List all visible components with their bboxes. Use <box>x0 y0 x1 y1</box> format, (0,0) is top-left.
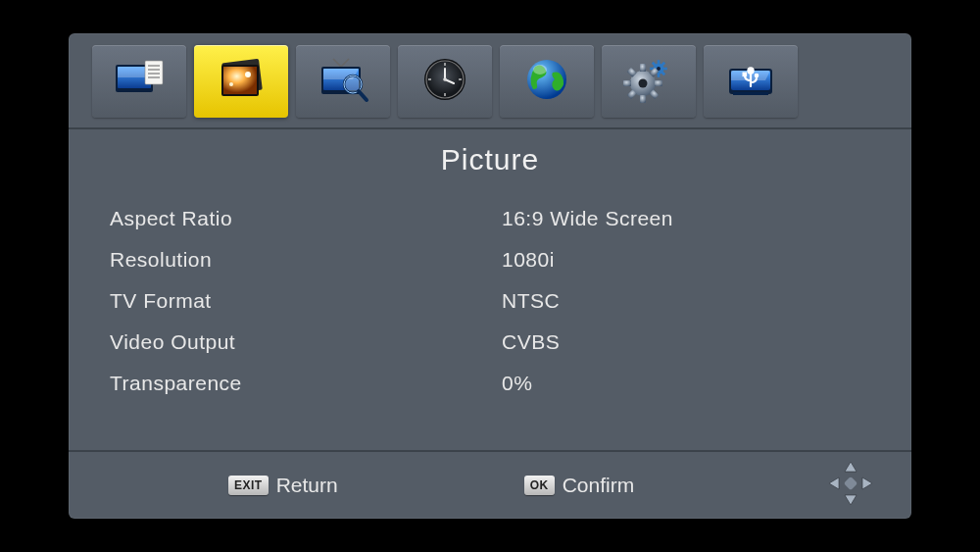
setting-value: 1080i <box>502 248 870 272</box>
settings-list: Aspect Ratio 16:9 Wide Screen Resolution… <box>110 198 870 404</box>
tab-picture[interactable] <box>194 45 288 118</box>
svg-line-18 <box>359 91 367 100</box>
exit-key-badge: EXIT <box>228 476 269 495</box>
svg-rect-31 <box>658 60 661 64</box>
svg-point-49 <box>639 79 648 88</box>
settings-content: Picture Aspect Ratio 16:9 Wide Screen Re… <box>69 129 911 452</box>
hint-return: EXIT Return <box>228 474 338 497</box>
svg-point-11 <box>229 82 233 86</box>
setting-video-output[interactable]: Video Output CVBS <box>110 322 870 363</box>
svg-rect-44 <box>655 80 662 86</box>
setting-tv-format[interactable]: TV Format NTSC <box>110 280 870 322</box>
setting-label: Resolution <box>110 248 502 272</box>
svg-rect-41 <box>640 64 646 72</box>
svg-point-39 <box>657 67 661 71</box>
footer-bar: EXIT Return OK Confirm <box>69 452 911 519</box>
tab-program[interactable] <box>92 45 186 118</box>
svg-rect-2 <box>145 61 163 84</box>
setting-resolution[interactable]: Resolution 1080i <box>110 239 870 280</box>
setting-value: 0% <box>502 372 870 395</box>
svg-rect-32 <box>658 74 661 77</box>
hint-confirm: OK Confirm <box>524 474 635 497</box>
svg-point-56 <box>755 74 760 78</box>
usb-drive-icon <box>723 55 778 108</box>
svg-marker-60 <box>862 477 872 489</box>
svg-rect-9 <box>223 67 257 94</box>
hint-return-label: Return <box>276 474 338 497</box>
svg-rect-55 <box>743 73 748 77</box>
tab-time[interactable] <box>398 45 492 118</box>
svg-point-10 <box>245 72 251 77</box>
tab-system[interactable] <box>602 45 696 118</box>
top-tab-bar <box>69 33 911 129</box>
dpad-icon <box>827 460 874 511</box>
svg-marker-59 <box>829 477 839 489</box>
svg-marker-57 <box>845 462 857 472</box>
svg-marker-58 <box>845 495 857 505</box>
svg-rect-43 <box>623 80 631 86</box>
tab-language[interactable] <box>500 45 594 118</box>
svg-point-54 <box>748 68 753 73</box>
tv-search-icon <box>316 55 370 108</box>
svg-line-13 <box>341 59 349 67</box>
setting-value: 16:9 Wide Screen <box>502 207 870 230</box>
ok-key-badge: OK <box>524 476 555 495</box>
page-title: Picture <box>110 143 870 176</box>
setting-label: Aspect Ratio <box>110 207 502 230</box>
setting-label: Transparence <box>110 372 502 395</box>
picture-icon <box>214 55 269 108</box>
setting-transparence[interactable]: Transparence 0% <box>110 363 870 404</box>
settings-panel: Picture Aspect Ratio 16:9 Wide Screen Re… <box>69 33 911 519</box>
svg-rect-42 <box>640 95 646 103</box>
svg-point-27 <box>443 77 447 81</box>
globe-icon <box>519 55 574 108</box>
setting-value: NTSC <box>502 289 870 313</box>
svg-line-12 <box>333 59 341 67</box>
svg-rect-52 <box>733 92 768 95</box>
setting-label: Video Output <box>110 330 502 354</box>
svg-rect-34 <box>663 68 667 71</box>
tv-list-icon <box>112 55 167 108</box>
svg-rect-61 <box>844 477 858 490</box>
setting-aspect-ratio[interactable]: Aspect Ratio 16:9 Wide Screen <box>110 198 870 239</box>
setting-value: CVBS <box>502 330 870 354</box>
svg-point-29 <box>533 65 547 75</box>
clock-icon <box>417 55 472 108</box>
tab-channel-search[interactable] <box>296 45 390 118</box>
gears-icon <box>621 55 676 108</box>
hint-confirm-label: Confirm <box>563 474 635 497</box>
tab-usb[interactable] <box>704 45 798 118</box>
setting-label: TV Format <box>110 289 502 313</box>
